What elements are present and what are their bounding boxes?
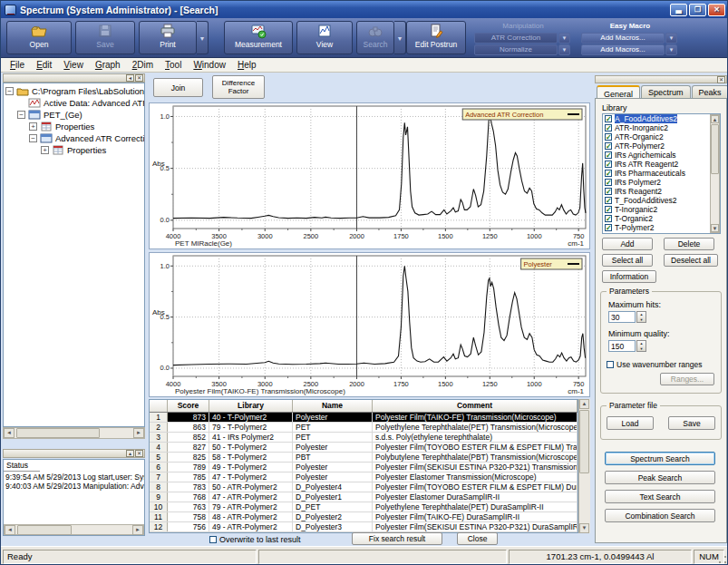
library-item[interactable]: ✓ATR-Inorganic2 <box>603 123 720 132</box>
table-row[interactable]: 778547 - T-Polymer2PolyesterPolyester El… <box>150 472 578 482</box>
library-checkbox[interactable]: ✓ <box>605 170 612 177</box>
column-header-name[interactable]: Name <box>293 400 373 412</box>
table-row[interactable]: 385241 - IRs Polymer2PETs.d.s. Poly(ethy… <box>150 433 578 443</box>
column-header-score[interactable]: Score <box>168 400 209 412</box>
tree-item-3[interactable]: +Properties <box>5 121 144 132</box>
minimize-button[interactable]: ▃ <box>670 4 687 16</box>
library-checkbox[interactable]: ✓ <box>605 179 612 186</box>
library-checkbox[interactable]: ✓ <box>605 215 612 222</box>
delete-library-button[interactable]: Delete <box>664 238 714 250</box>
library-item[interactable]: ✓IRs Reagent2 <box>603 187 720 196</box>
menu-help[interactable]: Help <box>232 59 262 71</box>
close-search-button[interactable]: Close <box>457 532 498 545</box>
tree-item-0[interactable]: −C:\Program Files\LabSolutions <box>5 85 144 97</box>
status-hscrollbar[interactable]: ◄ ► <box>4 524 144 535</box>
library-item[interactable]: ✓IRs Pharmaceuticals <box>603 169 720 178</box>
library-item[interactable]: ✓A_FoodAdditives2 <box>603 114 720 123</box>
min-quality-spinner-icon[interactable]: ▲▼ <box>636 340 646 352</box>
use-wavenumber-checkbox[interactable] <box>607 361 614 368</box>
add-macros-button-0[interactable]: Add Macros... <box>581 33 665 44</box>
ranges-button[interactable]: Ranges... <box>660 373 714 385</box>
scroll-right-icon[interactable]: ► <box>133 428 144 438</box>
table-row[interactable]: 582558 - T-Polymer2PBTPolybutylene Terep… <box>150 453 578 463</box>
pane-close2-icon[interactable]: ✕ <box>135 450 143 457</box>
close-button[interactable]: ✕ <box>708 4 725 16</box>
library-list[interactable]: ✓A_FoodAdditives2✓ATR-Inorganic2✓ATR-Org… <box>602 113 721 234</box>
print-button[interactable]: Print <box>139 21 197 54</box>
library-checkbox[interactable]: ✓ <box>605 224 612 231</box>
save-button[interactable]: Save <box>75 21 135 54</box>
menu-graph[interactable]: Graph <box>90 59 126 71</box>
combination-search-button[interactable]: Combination Search <box>605 509 715 522</box>
library-item[interactable]: ✓IRs ATR Reagent2 <box>603 160 720 169</box>
peak-search-button[interactable]: Peak Search <box>605 471 715 484</box>
fix-search-result-button[interactable]: Fix search result <box>352 532 442 545</box>
table-vscrollbar[interactable]: ▲ ▼ <box>578 399 590 533</box>
manipulation-dropdown-icon-1[interactable]: ▼ <box>558 44 570 55</box>
table-row[interactable]: 1175848 - ATR-Polymer2D_Polyester2Polyes… <box>150 512 578 522</box>
library-item[interactable]: ✓ATR-Organic2 <box>603 132 720 141</box>
library-checkbox[interactable]: ✓ <box>605 133 612 141</box>
library-checkbox[interactable]: ✓ <box>605 188 612 195</box>
spectrum-plot[interactable]: 4000350030002500200017501500125010007501… <box>150 103 589 248</box>
print-dropdown-icon[interactable]: ▼ <box>197 21 209 54</box>
table-scroll-down-icon[interactable]: ▼ <box>579 523 589 533</box>
text-search-button[interactable]: Text Search <box>605 490 715 503</box>
menu-file[interactable]: File <box>5 59 30 71</box>
library-item[interactable]: ✓T_FoodAdditives2 <box>603 196 720 205</box>
menu-edit[interactable]: Edit <box>31 59 57 71</box>
pane-up-icon[interactable]: ▴ <box>126 450 134 457</box>
measurement-button[interactable]: Measurement <box>224 21 293 54</box>
menu-view[interactable]: View <box>58 59 89 71</box>
library-item[interactable]: ✓T-Organic2 <box>603 214 720 223</box>
table-vscroll-thumb[interactable] <box>579 410 589 473</box>
library-item[interactable]: ✓ATR-Polymer2 <box>603 141 720 151</box>
tree-hscrollbar[interactable]: ◄ ► <box>3 427 145 439</box>
table-row[interactable]: 187340 - T-Polymer2PolyesterPolyester Fi… <box>150 413 578 423</box>
join-button[interactable]: Join <box>153 78 203 97</box>
table-row[interactable]: 1076379 - ATR-Polymer2D_PETPolyethylene … <box>150 502 578 512</box>
tree-hscroll-thumb[interactable] <box>16 428 100 438</box>
library-item[interactable]: ✓T-Polymer2 <box>603 223 720 232</box>
menu-window[interactable]: Window <box>188 59 231 71</box>
add-library-button[interactable]: Add <box>602 238 653 250</box>
deselect-all-button[interactable]: Deselect all <box>664 254 718 267</box>
collapse-icon[interactable]: − <box>17 111 25 119</box>
status-scroll-right-icon[interactable]: ► <box>132 525 143 535</box>
add-macros-button-1[interactable]: Add Macros... <box>581 44 665 55</box>
library-checkbox[interactable]: ✓ <box>605 206 612 213</box>
library-checkbox[interactable]: ✓ <box>605 124 612 132</box>
table-row[interactable]: 976847 - ATR-Polymer2D_Polyester1Polyest… <box>150 492 578 502</box>
library-checkbox[interactable]: ✓ <box>605 197 612 204</box>
tree-item-2[interactable]: −PET_(Ge) <box>5 109 144 121</box>
right-pane-close-icon[interactable]: ✕ <box>717 76 725 83</box>
column-header-library[interactable]: Library <box>209 400 293 412</box>
information-button[interactable]: Information <box>602 270 656 283</box>
max-hits-spinner-icon[interactable]: ▲▼ <box>636 311 646 323</box>
table-scroll-up-icon[interactable]: ▲ <box>579 399 589 409</box>
search-button[interactable]: Search <box>356 21 394 54</box>
status-scroll-left-icon[interactable]: ◄ <box>5 525 15 535</box>
library-item[interactable]: ✓T-Inorganic2 <box>603 205 720 214</box>
edit-postrun-button[interactable]: Edit Postrun <box>406 21 466 54</box>
lib-vscroll-thumb[interactable] <box>711 124 719 174</box>
table-row[interactable]: 878350 - ATR-Polymer2D_Polyester4Polyest… <box>150 482 578 492</box>
library-item[interactable]: ✓IRs Agrichemicals <box>603 151 720 160</box>
table-row[interactable]: 678949 - T-Polymer2PolyesterPolyester Fi… <box>150 463 578 472</box>
manipulation-atr-correction-button[interactable]: ATR Correction <box>474 33 558 44</box>
scroll-left-icon[interactable]: ◄ <box>4 428 15 438</box>
library-checkbox[interactable]: ✓ <box>605 161 612 168</box>
select-all-button[interactable]: Select all <box>602 254 653 267</box>
library-checkbox[interactable]: ✓ <box>605 115 612 122</box>
library-checkbox[interactable]: ✓ <box>605 151 612 159</box>
save-parameter-button[interactable]: Save <box>668 416 715 430</box>
table-row[interactable]: 1275649 - ATR-Polymer2D_Polyester3Polyes… <box>150 522 578 532</box>
add-macros-dropdown-icon-1[interactable]: ▼ <box>665 44 677 55</box>
pane-close-icon[interactable]: ✕ <box>135 74 143 82</box>
table-row[interactable]: 482750 - T-Polymer2PolyesterPolyester Fi… <box>150 443 578 453</box>
search-dropdown-icon[interactable]: ▼ <box>394 21 406 54</box>
spectrum-plot[interactable]: 4000350030002500200017501500125010007501… <box>150 253 589 396</box>
collapse-icon[interactable]: − <box>29 134 37 142</box>
spectrum-search-button[interactable]: Spectrum Search <box>605 452 715 465</box>
pane-float-icon[interactable]: ◂ <box>126 74 134 82</box>
